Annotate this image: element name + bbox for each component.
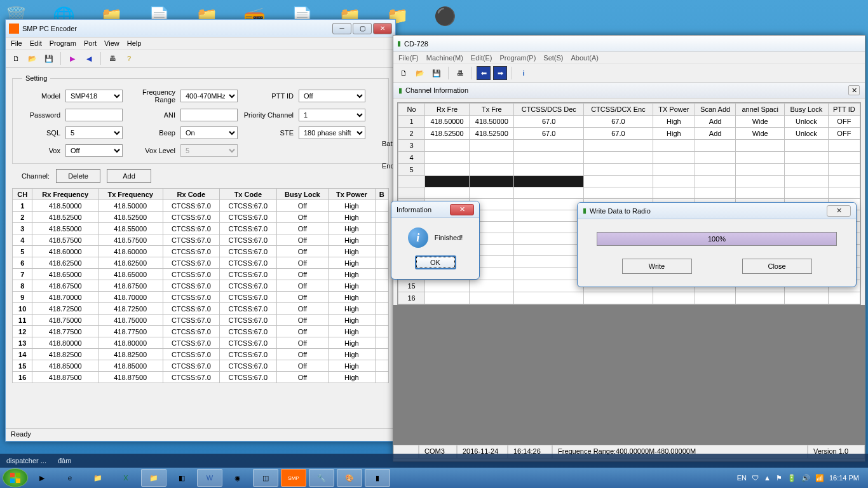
task-chrome-icon[interactable]: ◉ — [225, 469, 250, 487]
task-word-icon[interactable]: W — [197, 469, 222, 487]
print-icon[interactable]: 🖶 — [453, 66, 467, 80]
col-header[interactable]: Rx Code — [163, 189, 219, 200]
info-icon[interactable]: i — [517, 66, 531, 80]
ani-input[interactable] — [180, 109, 238, 121]
help-icon[interactable]: ? — [122, 51, 136, 65]
start-button[interactable] — [3, 468, 28, 487]
panel-close-button[interactable]: ✕ — [848, 85, 860, 95]
system-tray[interactable]: EN 🛡 ▲ ⚑ 🔋 🔊 📶 16:14 PM — [737, 474, 865, 482]
col-header[interactable]: B — [375, 189, 388, 200]
table-row[interactable]: 14418.82500418.82500CTCSS:67.0CTCSS:67.0… — [13, 349, 389, 360]
table-row[interactable]: 11418.75000418.75000CTCSS:67.0CTCSS:67.0… — [13, 315, 389, 326]
col-header[interactable]: CTCSS/DCS Dec — [514, 104, 584, 116]
delete-button[interactable]: Delete — [56, 169, 100, 183]
new-icon[interactable]: 🗋 — [9, 51, 23, 65]
col-header[interactable]: annel Spaci — [736, 104, 785, 116]
table-row[interactable]: 5418.60000418.60000CTCSS:67.0CTCSS:67.0O… — [13, 246, 389, 257]
table-row[interactable]: 7418.65000418.65000CTCSS:67.0CTCSS:67.0O… — [13, 269, 389, 280]
col-header[interactable]: Rx Frequency — [32, 189, 98, 200]
dialog-titlebar[interactable]: Information ✕ — [391, 201, 479, 218]
table-row[interactable]: 4418.57500418.57500CTCSS:67.0CTCSS:67.0O… — [13, 234, 389, 246]
table-row[interactable]: 16418.87500418.87500CTCSS:67.0CTCSS:67.0… — [13, 372, 389, 383]
table-row[interactable]: 13418.80000418.80000CTCSS:67.0CTCSS:67.0… — [13, 337, 389, 349]
close-button[interactable]: ✕ — [827, 205, 851, 217]
write-icon[interactable]: ➡ — [493, 66, 507, 80]
write-button[interactable]: Write — [622, 259, 692, 274]
task-radio-icon[interactable]: ▮ — [365, 469, 390, 487]
freqrange-select[interactable]: 400-470MHz — [180, 90, 238, 102]
menu-set[interactable]: Set(S) — [543, 54, 563, 62]
task-app-icon[interactable]: 🔧 — [309, 469, 334, 487]
maximize-button[interactable]: ▢ — [353, 23, 372, 34]
table-row[interactable]: 2418.52500418.5250067.067.0HighAddWideUn… — [398, 128, 860, 140]
task-app-icon[interactable]: ◫ — [253, 469, 278, 487]
task-app-icon[interactable]: ◧ — [169, 469, 194, 487]
col-header[interactable]: Busy Lock — [784, 104, 828, 116]
sql-select[interactable]: 5 — [65, 126, 123, 139]
add-button[interactable]: Add — [107, 169, 151, 183]
open-icon[interactable]: 📂 — [25, 51, 39, 65]
task-item[interactable]: dispatcher ... — [3, 456, 50, 466]
menu-view[interactable]: View — [104, 39, 119, 47]
new-icon[interactable]: 🗋 — [397, 66, 410, 80]
chevron-up-icon[interactable]: ▲ — [764, 474, 771, 482]
col-header[interactable]: CH — [13, 189, 32, 200]
security-icon[interactable]: 🛡 — [752, 474, 759, 482]
vox-select[interactable]: Off — [65, 144, 123, 157]
volume-icon[interactable]: 🔊 — [801, 474, 810, 482]
menu-about[interactable]: About(A) — [571, 54, 599, 62]
table-row[interactable] — [398, 187, 860, 199]
table-row[interactable]: 10418.72500418.72500CTCSS:67.0CTCSS:67.0… — [13, 303, 389, 315]
write-icon[interactable]: ◀ — [82, 51, 96, 65]
table-row[interactable]: 9418.70000418.70000CTCSS:67.0CTCSS:67.0O… — [13, 292, 389, 303]
app-icon[interactable]: ⚫ — [432, 3, 458, 29]
table-row[interactable]: 16 — [398, 292, 860, 304]
col-header[interactable]: Tx Frequency — [98, 189, 163, 200]
dialog-titlebar[interactable]: ▮ Write Data to Radio ✕ — [578, 203, 856, 219]
minimize-button[interactable]: ─ — [332, 23, 351, 34]
task-excel-icon[interactable]: X — [113, 469, 139, 487]
col-header[interactable]: Rx Fre — [425, 104, 470, 116]
table-row[interactable]: 8418.67500418.67500CTCSS:67.0CTCSS:67.0O… — [13, 280, 389, 292]
priority-select[interactable]: 1 — [299, 109, 365, 121]
read-icon[interactable]: ▶ — [65, 51, 79, 65]
close-button[interactable]: Close — [742, 259, 812, 274]
lang-indicator[interactable]: EN — [737, 474, 747, 482]
clock[interactable]: 16:14 PM — [829, 474, 859, 482]
col-header[interactable]: Scan Add — [695, 104, 736, 116]
menu-program[interactable]: Program — [50, 39, 76, 47]
col-header[interactable]: CTCSS/DCX Enc — [584, 104, 653, 116]
task-app-icon[interactable]: ▶ — [29, 469, 55, 487]
menu-edit[interactable]: Edit(E) — [471, 54, 492, 62]
col-header[interactable]: Tx Power — [329, 189, 375, 200]
table-row[interactable]: 3418.55000418.55000CTCSS:67.0CTCSS:67.0O… — [13, 223, 389, 234]
task-folder-icon[interactable]: 📁 — [141, 469, 166, 487]
table-row[interactable]: 3 — [398, 140, 860, 152]
task-item[interactable]: đàm — [54, 456, 75, 466]
table-row[interactable]: 15418.85000418.85000CTCSS:67.0CTCSS:67.0… — [13, 360, 389, 372]
task-ie-icon[interactable]: e — [57, 469, 83, 487]
task-smp-icon[interactable]: SMP — [281, 469, 306, 487]
table-row[interactable]: 4 — [398, 152, 860, 164]
smp-channel-table[interactable]: CHRx FrequencyTx FrequencyRx CodeTx Code… — [12, 188, 389, 383]
menu-file[interactable]: File — [11, 39, 22, 47]
smp-titlebar[interactable]: SMP PC Encoder ─ ▢ ✕ — [6, 20, 395, 37]
open-icon[interactable]: 📂 — [413, 66, 427, 80]
table-row[interactable]: 5 — [398, 164, 860, 176]
print-icon[interactable]: 🖶 — [105, 51, 119, 65]
close-button[interactable]: ✕ — [450, 204, 474, 215]
table-row[interactable]: 2418.52500418.52500CTCSS:67.0CTCSS:67.0O… — [13, 212, 389, 223]
col-header[interactable]: PTT ID — [828, 104, 860, 116]
save-icon[interactable]: 💾 — [42, 51, 56, 65]
table-row[interactable]: 1418.50000418.5000067.067.0HighAddWideUn… — [398, 116, 860, 128]
ste-select[interactable]: 180 phase shift — [299, 126, 365, 139]
model-select[interactable]: SMP418 — [65, 90, 123, 102]
col-header[interactable]: TX Power — [653, 104, 695, 116]
col-header[interactable]: Busy Lock — [276, 189, 329, 200]
flag-icon[interactable]: ⚑ — [776, 474, 782, 482]
menu-port[interactable]: Port — [84, 39, 97, 47]
table-row[interactable] — [398, 176, 860, 187]
menu-program[interactable]: Program(P) — [499, 54, 536, 62]
menu-file[interactable]: File(F) — [398, 54, 419, 62]
task-explorer-icon[interactable]: 📁 — [85, 469, 111, 487]
